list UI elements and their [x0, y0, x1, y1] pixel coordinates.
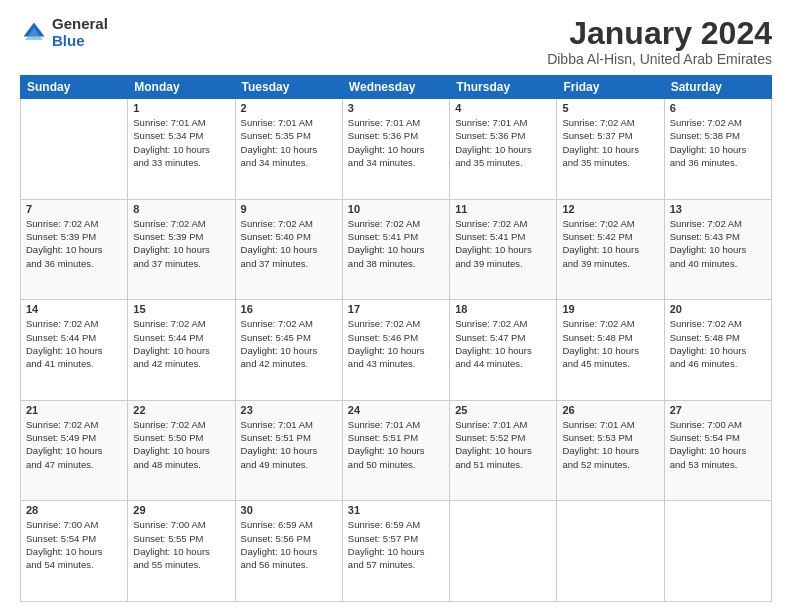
logo-general-text: General: [52, 16, 108, 33]
day-info: Sunrise: 7:02 AMSunset: 5:39 PMDaylight:…: [26, 217, 122, 270]
calendar-cell: 23Sunrise: 7:01 AMSunset: 5:51 PMDayligh…: [235, 400, 342, 501]
calendar-cell: [450, 501, 557, 602]
day-number: 10: [348, 203, 444, 215]
day-number: 20: [670, 303, 766, 315]
day-info: Sunrise: 7:02 AMSunset: 5:39 PMDaylight:…: [133, 217, 229, 270]
logo: General Blue: [20, 16, 108, 49]
day-info: Sunrise: 7:01 AMSunset: 5:36 PMDaylight:…: [455, 116, 551, 169]
calendar-cell: 12Sunrise: 7:02 AMSunset: 5:42 PMDayligh…: [557, 199, 664, 300]
day-number: 19: [562, 303, 658, 315]
day-number: 5: [562, 102, 658, 114]
day-info: Sunrise: 7:02 AMSunset: 5:37 PMDaylight:…: [562, 116, 658, 169]
logo-blue-text: Blue: [52, 33, 108, 50]
day-info: Sunrise: 7:02 AMSunset: 5:45 PMDaylight:…: [241, 317, 337, 370]
day-info: Sunrise: 7:02 AMSunset: 5:47 PMDaylight:…: [455, 317, 551, 370]
calendar-cell: 13Sunrise: 7:02 AMSunset: 5:43 PMDayligh…: [664, 199, 771, 300]
day-number: 26: [562, 404, 658, 416]
calendar-cell: 10Sunrise: 7:02 AMSunset: 5:41 PMDayligh…: [342, 199, 449, 300]
day-info: Sunrise: 7:02 AMSunset: 5:41 PMDaylight:…: [455, 217, 551, 270]
calendar-cell: 16Sunrise: 7:02 AMSunset: 5:45 PMDayligh…: [235, 300, 342, 401]
calendar-header-thursday: Thursday: [450, 76, 557, 99]
day-info: Sunrise: 7:01 AMSunset: 5:36 PMDaylight:…: [348, 116, 444, 169]
calendar-cell: 7Sunrise: 7:02 AMSunset: 5:39 PMDaylight…: [21, 199, 128, 300]
day-number: 27: [670, 404, 766, 416]
day-info: Sunrise: 7:01 AMSunset: 5:53 PMDaylight:…: [562, 418, 658, 471]
day-number: 13: [670, 203, 766, 215]
day-number: 21: [26, 404, 122, 416]
calendar-cell: 14Sunrise: 7:02 AMSunset: 5:44 PMDayligh…: [21, 300, 128, 401]
day-number: 6: [670, 102, 766, 114]
day-number: 15: [133, 303, 229, 315]
calendar-header-saturday: Saturday: [664, 76, 771, 99]
day-number: 3: [348, 102, 444, 114]
day-number: 18: [455, 303, 551, 315]
day-number: 25: [455, 404, 551, 416]
day-info: Sunrise: 7:02 AMSunset: 5:43 PMDaylight:…: [670, 217, 766, 270]
calendar-cell: 22Sunrise: 7:02 AMSunset: 5:50 PMDayligh…: [128, 400, 235, 501]
day-info: Sunrise: 7:02 AMSunset: 5:50 PMDaylight:…: [133, 418, 229, 471]
day-number: 30: [241, 504, 337, 516]
day-info: Sunrise: 7:00 AMSunset: 5:54 PMDaylight:…: [670, 418, 766, 471]
calendar-cell: 3Sunrise: 7:01 AMSunset: 5:36 PMDaylight…: [342, 99, 449, 200]
day-number: 1: [133, 102, 229, 114]
day-info: Sunrise: 7:01 AMSunset: 5:51 PMDaylight:…: [348, 418, 444, 471]
calendar-cell: 29Sunrise: 7:00 AMSunset: 5:55 PMDayligh…: [128, 501, 235, 602]
day-info: Sunrise: 7:02 AMSunset: 5:44 PMDaylight:…: [133, 317, 229, 370]
calendar-week-1: 1Sunrise: 7:01 AMSunset: 5:34 PMDaylight…: [21, 99, 772, 200]
calendar-header-tuesday: Tuesday: [235, 76, 342, 99]
calendar-cell: [664, 501, 771, 602]
calendar-header-sunday: Sunday: [21, 76, 128, 99]
calendar-week-2: 7Sunrise: 7:02 AMSunset: 5:39 PMDaylight…: [21, 199, 772, 300]
day-info: Sunrise: 7:02 AMSunset: 5:38 PMDaylight:…: [670, 116, 766, 169]
calendar-cell: 8Sunrise: 7:02 AMSunset: 5:39 PMDaylight…: [128, 199, 235, 300]
calendar-header-wednesday: Wednesday: [342, 76, 449, 99]
month-title: January 2024: [547, 16, 772, 51]
calendar-week-3: 14Sunrise: 7:02 AMSunset: 5:44 PMDayligh…: [21, 300, 772, 401]
day-info: Sunrise: 7:01 AMSunset: 5:51 PMDaylight:…: [241, 418, 337, 471]
day-info: Sunrise: 6:59 AMSunset: 5:56 PMDaylight:…: [241, 518, 337, 571]
calendar-cell: [557, 501, 664, 602]
calendar-cell: 18Sunrise: 7:02 AMSunset: 5:47 PMDayligh…: [450, 300, 557, 401]
calendar-cell: 21Sunrise: 7:02 AMSunset: 5:49 PMDayligh…: [21, 400, 128, 501]
header: General Blue January 2024 Dibba Al-Hisn,…: [20, 16, 772, 67]
calendar-cell: [21, 99, 128, 200]
day-info: Sunrise: 7:00 AMSunset: 5:54 PMDaylight:…: [26, 518, 122, 571]
day-info: Sunrise: 7:01 AMSunset: 5:35 PMDaylight:…: [241, 116, 337, 169]
calendar-week-4: 21Sunrise: 7:02 AMSunset: 5:49 PMDayligh…: [21, 400, 772, 501]
title-section: January 2024 Dibba Al-Hisn, United Arab …: [547, 16, 772, 67]
calendar-cell: 9Sunrise: 7:02 AMSunset: 5:40 PMDaylight…: [235, 199, 342, 300]
day-number: 14: [26, 303, 122, 315]
calendar-cell: 19Sunrise: 7:02 AMSunset: 5:48 PMDayligh…: [557, 300, 664, 401]
day-info: Sunrise: 7:02 AMSunset: 5:44 PMDaylight:…: [26, 317, 122, 370]
day-info: Sunrise: 7:02 AMSunset: 5:42 PMDaylight:…: [562, 217, 658, 270]
calendar-cell: 4Sunrise: 7:01 AMSunset: 5:36 PMDaylight…: [450, 99, 557, 200]
day-number: 8: [133, 203, 229, 215]
day-number: 23: [241, 404, 337, 416]
calendar-cell: 5Sunrise: 7:02 AMSunset: 5:37 PMDaylight…: [557, 99, 664, 200]
calendar-header-monday: Monday: [128, 76, 235, 99]
calendar-cell: 15Sunrise: 7:02 AMSunset: 5:44 PMDayligh…: [128, 300, 235, 401]
day-number: 28: [26, 504, 122, 516]
calendar-cell: 27Sunrise: 7:00 AMSunset: 5:54 PMDayligh…: [664, 400, 771, 501]
day-number: 29: [133, 504, 229, 516]
day-number: 9: [241, 203, 337, 215]
day-info: Sunrise: 7:02 AMSunset: 5:49 PMDaylight:…: [26, 418, 122, 471]
day-number: 7: [26, 203, 122, 215]
calendar-cell: 30Sunrise: 6:59 AMSunset: 5:56 PMDayligh…: [235, 501, 342, 602]
day-number: 24: [348, 404, 444, 416]
day-number: 12: [562, 203, 658, 215]
logo-icon: [20, 19, 48, 47]
day-info: Sunrise: 7:01 AMSunset: 5:52 PMDaylight:…: [455, 418, 551, 471]
day-number: 31: [348, 504, 444, 516]
calendar-cell: 28Sunrise: 7:00 AMSunset: 5:54 PMDayligh…: [21, 501, 128, 602]
calendar-header-friday: Friday: [557, 76, 664, 99]
day-info: Sunrise: 7:02 AMSunset: 5:41 PMDaylight:…: [348, 217, 444, 270]
day-info: Sunrise: 7:02 AMSunset: 5:48 PMDaylight:…: [562, 317, 658, 370]
calendar-cell: 25Sunrise: 7:01 AMSunset: 5:52 PMDayligh…: [450, 400, 557, 501]
page: General Blue January 2024 Dibba Al-Hisn,…: [0, 0, 792, 612]
calendar-header-row: SundayMondayTuesdayWednesdayThursdayFrid…: [21, 76, 772, 99]
day-info: Sunrise: 7:00 AMSunset: 5:55 PMDaylight:…: [133, 518, 229, 571]
calendar-week-5: 28Sunrise: 7:00 AMSunset: 5:54 PMDayligh…: [21, 501, 772, 602]
day-number: 11: [455, 203, 551, 215]
day-number: 22: [133, 404, 229, 416]
